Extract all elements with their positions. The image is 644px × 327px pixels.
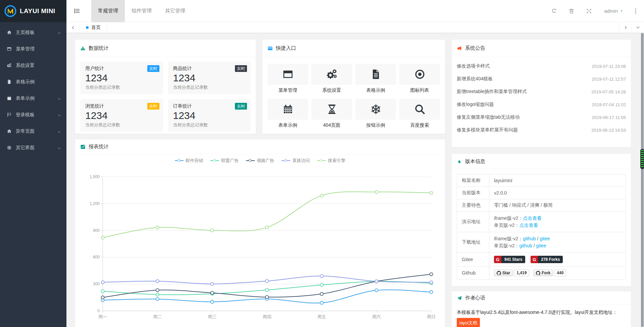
demo-iframe-link[interactable]: 点击查看 [523,215,542,221]
announcement-time: 2019-06-17 11:55 [592,115,626,120]
download-iframe-gitee-link[interactable]: gitee [540,236,550,241]
sidebar-item-label: 表单示例 [16,95,35,101]
download-onepage-gitee-link[interactable]: gitee [536,243,546,248]
download-line2-prefix: 单页版-v2： [494,243,519,248]
quick-item-1[interactable]: 系统设置 [311,64,352,93]
header-actions: admin [540,8,644,14]
sidebar-item-0[interactable]: 主页模板 [0,24,66,41]
demo-line1-prefix: iframe版-v2： [494,215,523,221]
demo-line2-prefix: 单页版-v2： [494,222,519,228]
feature-value: 零门槛 / 响应式 / 清爽 / 极简 [489,199,626,212]
quick-item-label: 系统设置 [311,87,352,93]
announcement-item[interactable]: 新增treetable插件和菜单管理样式2019-07-05 14:28 [457,85,626,98]
fullscreen-icon[interactable] [586,8,592,14]
quick-item-5[interactable]: 404页面 [311,99,352,128]
table-row: 框架名称 layuimini [457,174,626,187]
quick-item-label: 404页面 [311,122,352,128]
app-root: LAYUI MINI 主页模板菜单管理系统设置表格示例表单示例登录模板异常页面其… [0,0,644,327]
tab-operations-icon[interactable] [632,22,644,33]
content-scrollbar[interactable] [641,33,644,327]
sidebar-item-6[interactable]: 异常页面 [0,123,66,139]
sidebar-item-7[interactable]: 其它界面 [0,139,66,156]
brand[interactable]: LAYUI MINI [0,0,66,22]
download-iframe-github-link[interactable]: github [523,236,536,241]
quick-item-2[interactable]: 表格示例 [355,64,396,93]
quick-grid: 菜单管理系统设置表格示例图标列表表单示例404页面按钮示例百度搜索 [262,57,445,128]
announcement-item[interactable]: 修复多模块菜单栏展开有问题2019-06-13 14:53 [457,124,626,136]
calendar-icon [7,96,13,101]
more-menu-icon[interactable] [633,8,638,14]
sidebar-item-2[interactable]: 系统设置 [0,57,66,74]
chevron-down-icon [57,31,61,34]
download-line1-prefix: iframe版-v2： [494,236,523,241]
announcement-time: 2019-07-11 12:57 [592,77,626,82]
stat-box-2[interactable]: 浏览统计1234当前分类总记录数实时 [80,99,163,132]
announcement-text: 修复多模块菜单栏展开有问题 [457,127,518,133]
announce-card-header: 系统公告 [452,40,631,57]
table-row: 当前版本 v2.0.0 [457,187,626,199]
stat-value: 1234 [85,72,158,84]
user-menu[interactable]: admin [604,8,623,14]
demo-onepage-link[interactable]: 点击查看 [519,222,538,228]
sidebar-item-4[interactable]: 表单示例 [0,90,66,107]
github-star-badge[interactable]: Star 1,419 [494,270,529,276]
clear-cache-icon[interactable] [568,8,575,14]
table-row: 演示地址 iframe版-v2：点击查看 单页版-v2：点击查看 [457,212,626,232]
quick-item-label: 表单示例 [267,122,308,128]
quick-item-6[interactable]: 按钮示例 [355,99,396,128]
stat-desc: 当前分类总记录数 [173,84,246,90]
tab-home[interactable]: 首页 [80,22,107,33]
stat-box-0[interactable]: 用户统计1234当前分类总记录数实时 [80,62,163,94]
announcement-item[interactable]: 修复左侧菜单缩放tab无法移动2019-06-17 11:55 [457,111,626,124]
author-card-title: 作者心语 [465,295,485,301]
quick-item-label: 表格示例 [355,87,396,93]
caret-down-icon [620,9,623,13]
svg-text:600: 600 [93,255,100,259]
quick-item-0[interactable]: 菜单管理 [267,64,308,93]
scrollbar-marker[interactable] [640,149,644,169]
header-nav-tab-2[interactable]: 其它管理 [158,0,192,22]
header-nav-tab-1[interactable]: 组件管理 [125,0,158,22]
sidebar-item-3[interactable]: 表格示例 [0,74,66,90]
refresh-icon[interactable] [551,8,557,14]
tab-scroll-left-icon[interactable] [66,22,80,33]
line-chart: 03006009001,2001,500周一周二周三周四周五周六周日 [75,139,445,327]
header-nav-tab-0[interactable]: 常规管理 [91,0,125,22]
announcement-item[interactable]: 新增系统404模板2019-07-11 12:57 [457,73,626,85]
announcement-text: 新增treetable插件和菜单管理样式 [457,89,527,95]
stats-card: 数据统计 用户统计1234当前分类总记录数实时商品统计1234当前分类总记录数实… [75,40,256,134]
sidebar-item-5[interactable]: 登录模板 [0,107,66,123]
quick-item-3[interactable]: 图标列表 [399,64,440,93]
stats-grid: 用户统计1234当前分类总记录数实时商品统计1234当前分类总记录数实时浏览统计… [75,57,256,134]
quick-item-label: 按钮示例 [355,122,396,128]
sidebar-item-1[interactable]: 菜单管理 [0,41,66,57]
announcement-item[interactable]: 修改选项卡样式2019-07-11 23:06 [457,60,626,73]
link-separator: / [532,243,536,248]
tab-scroll-right-icon[interactable] [619,22,632,33]
stat-box-3[interactable]: 订单统计1234当前分类总记录数实时 [168,99,251,132]
download-onepage-github-link[interactable]: github [519,243,532,248]
quick-item-label: 菜单管理 [267,87,308,93]
window-icon [7,46,13,51]
gitee-logo-icon: G [531,256,538,263]
realtime-badge: 实时 [147,65,159,72]
quick-item-label: 图标列表 [399,87,440,93]
sidebar-item-label: 表格示例 [16,79,35,85]
gitee-stars-badge[interactable]: G941 Stars [494,256,525,263]
paper-plane-icon [457,295,462,301]
announcement-item[interactable]: 修改logo缩放问题2019-07-04 11:02 [457,98,626,111]
stat-box-1[interactable]: 商品统计1234当前分类总记录数实时 [168,62,251,94]
announcement-time: 2019-07-04 11:02 [592,102,626,107]
svg-text:1,500: 1,500 [90,174,100,179]
quick-item-4[interactable]: 表单示例 [267,99,308,128]
layui-doc-badge[interactable]: layui文档 [457,318,480,327]
sidebar-item-label: 系统设置 [16,63,35,69]
stat-desc: 当前分类总记录数 [173,122,246,128]
github-fork-label: Fork [542,271,550,275]
gitee-forks-badge[interactable]: G278 Forks [531,256,563,263]
svg-text:0: 0 [97,309,100,313]
bullhorn-icon [457,46,462,51]
github-fork-badge[interactable]: Fork 440 [533,270,566,276]
sidebar-toggle-icon[interactable] [66,0,87,22]
quick-item-7[interactable]: 百度搜索 [399,99,440,128]
